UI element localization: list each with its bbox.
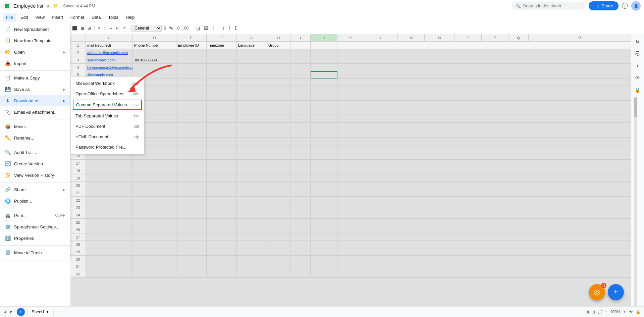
cell-e9[interactable] [176,101,207,108]
col-j[interactable]: J [311,34,337,41]
cell-h20[interactable] [267,182,290,189]
row-height-icon[interactable]: ⊟ [592,310,595,314]
fullscreen-icon[interactable]: ⛶ [598,310,602,314]
cell-g18[interactable] [237,167,267,174]
align-v-button[interactable]: ↕ [102,25,107,31]
cell-e19[interactable] [176,174,207,182]
align-h-button[interactable]: ≡ [97,25,102,31]
col-f[interactable]: F [207,34,237,41]
cell-g7[interactable] [237,86,267,93]
cell-i31[interactable] [290,263,311,270]
cell-e31[interactable] [176,263,207,270]
cell-f24[interactable] [207,211,237,219]
download-xlsx[interactable]: MS Excel Workbook .xlsx [71,78,144,89]
fab-button[interactable]: + [608,284,624,300]
cell-i17[interactable] [290,160,311,167]
notifications-button[interactable]: ◎ 21 [589,284,605,300]
cell-d3[interactable]: 18018888888 [133,56,176,64]
cell-i32[interactable] [290,270,311,278]
download-ods[interactable]: Open Office Spreadsheet .ods [71,89,144,99]
cell-f28[interactable] [207,241,237,248]
download-tsv[interactable]: Tab Separated Values .tsv [71,111,144,121]
cell-g24[interactable] [237,211,267,219]
menu-move-to-trash[interactable]: 🗑️ Move to Trash [0,247,70,258]
cell-e11[interactable] [176,115,207,123]
cell-e27[interactable] [176,233,207,241]
cell-e30[interactable] [176,256,207,263]
cell-i12[interactable] [290,123,311,130]
download-pdf[interactable]: PDF Document .pdf [71,121,144,131]
cell-c4[interactable]: hawnspencer1@example.com [86,64,133,71]
menu-download-as[interactable]: ⬇ Download as ▶ [0,95,70,106]
cell-d19[interactable] [133,174,176,182]
cell-g14[interactable] [237,138,267,145]
comments-icon[interactable]: 💬 [633,49,642,58]
cell-h22[interactable] [267,197,290,204]
col-p[interactable]: P [482,34,508,41]
cell-g28[interactable] [237,241,267,248]
indent-button[interactable]: ⇥ [108,25,114,31]
cell-f14[interactable] [207,138,237,145]
cell-e18[interactable] [176,167,207,174]
cell-d17[interactable] [133,160,176,167]
cell-i23[interactable] [290,204,311,211]
cell-f2[interactable] [207,49,237,56]
cell-h9[interactable] [267,101,290,108]
cell-g21[interactable] [237,189,267,197]
menu-save-as[interactable]: 💾 Save as ▶ [0,84,70,95]
menu-share[interactable]: 🔗 Share ▶ [0,184,70,195]
cell-d28[interactable] [133,241,176,248]
cell-f19[interactable] [207,174,237,182]
cell-h7[interactable] [267,86,290,93]
doc-star-icon[interactable]: ★ [46,3,50,9]
cell-h23[interactable] [267,204,290,211]
menu-properties[interactable]: ℹ️ Properties [0,232,70,244]
cell-h21[interactable] [267,189,290,197]
cell-g10[interactable] [237,108,267,115]
cell-f13[interactable] [207,130,237,138]
menu-item-data[interactable]: Data [88,13,104,21]
cell-f27[interactable] [207,233,237,241]
sort-button[interactable]: ↕ [221,25,226,31]
download-password[interactable]: Password Protected File... [71,142,144,152]
dec-button[interactable]: .0 [175,25,181,31]
cell-i30[interactable] [290,256,311,263]
cell-h14[interactable] [267,138,290,145]
cell-c18[interactable] [86,167,133,174]
header-cell-f1[interactable]: Timezone [207,42,237,49]
cell-j9[interactable] [311,101,337,108]
cell-h32[interactable] [267,270,290,278]
cell-h29[interactable] [267,248,290,256]
menu-create-version[interactable]: 🔄 Create Version... [0,158,70,169]
cell-e32[interactable] [176,270,207,278]
cell-h25[interactable] [267,219,290,226]
border-button[interactable]: ▦ [79,25,86,31]
cell-e2[interactable] [176,49,207,56]
chart-button[interactable]: 📊 [194,25,202,31]
cell-d21[interactable] [133,189,176,197]
col-d[interactable]: D [133,34,176,41]
cell-h10[interactable] [267,108,290,115]
vertical-scrollbar-thumb[interactable] [634,97,637,117]
text-rot-button[interactable]: ↗ [121,25,127,31]
cell-j29[interactable] [311,248,337,256]
cell-h12[interactable] [267,123,290,130]
cell-e29[interactable] [176,248,207,256]
cell-h5[interactable] [267,71,290,78]
search-input[interactable] [523,3,577,8]
cell-j26[interactable] [311,226,337,233]
cell-f20[interactable] [207,182,237,189]
formula-bar-icon[interactable]: fx [633,37,642,46]
cell-h31[interactable] [267,263,290,270]
cell-i20[interactable] [290,182,311,189]
header-cell-c1[interactable]: mail (required) [86,42,133,49]
cell-g31[interactable] [237,263,267,270]
cell-h6[interactable] [267,78,290,86]
cell-h11[interactable] [267,115,290,123]
cell-j24[interactable] [311,211,337,219]
cell-g26[interactable] [237,226,267,233]
cell-j30[interactable] [311,256,337,263]
cell-c32[interactable] [86,270,133,278]
lock-icon[interactable]: 🔒 [633,85,642,95]
cell-g16[interactable] [237,152,267,160]
